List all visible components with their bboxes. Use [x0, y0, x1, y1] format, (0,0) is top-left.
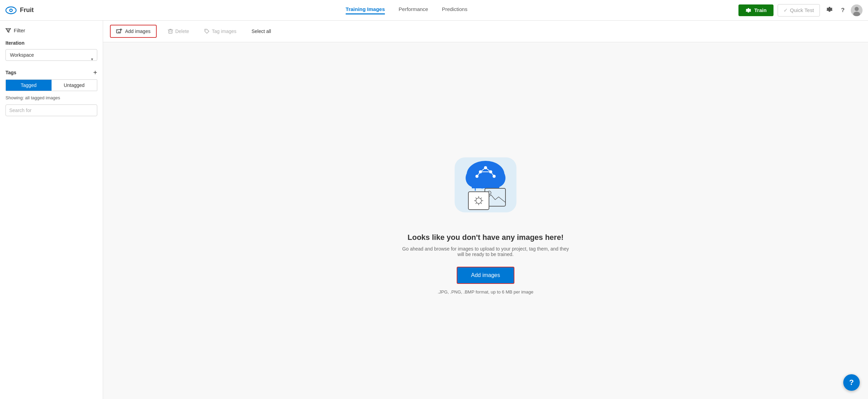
tag-toggle: Tagged Untagged: [5, 79, 97, 91]
header-actions: Train ✓ Quick Test ?: [732, 4, 863, 16]
svg-rect-8: [169, 30, 172, 33]
svg-rect-29: [468, 192, 489, 210]
filter-row[interactable]: Filter: [5, 27, 97, 33]
filter-icon: [5, 28, 11, 33]
tags-header: Tags +: [5, 69, 97, 76]
add-images-icon: [116, 28, 122, 34]
help-header-button[interactable]: ?: [839, 4, 847, 16]
search-input[interactable]: [5, 104, 97, 116]
train-button[interactable]: Train: [738, 4, 774, 16]
delete-button[interactable]: Delete: [164, 26, 193, 37]
select-all-button[interactable]: Select all: [247, 26, 275, 37]
logo-area: Fruit: [5, 5, 81, 16]
settings-icon: [826, 6, 833, 13]
untagged-button[interactable]: Untagged: [52, 80, 97, 91]
main-nav: Training Images Performance Predictions: [81, 6, 732, 14]
svg-point-9: [205, 30, 206, 31]
settings-button[interactable]: [824, 4, 835, 16]
tagged-button[interactable]: Tagged: [6, 80, 52, 91]
tags-label: Tags: [5, 70, 16, 75]
empty-illustration: [448, 147, 523, 223]
tag-images-icon: [204, 29, 210, 34]
nav-performance[interactable]: Performance: [399, 6, 428, 14]
empty-subtitle: Go ahead and browse for images to upload…: [400, 246, 571, 257]
iteration-label: Iteration: [5, 40, 97, 46]
svg-point-4: [855, 7, 859, 11]
empty-title: Looks like you don't have any images her…: [408, 233, 564, 242]
toolbar: Add images Delete Tag images: [103, 21, 868, 42]
svg-point-7: [118, 31, 118, 31]
iteration-select-wrapper: Workspace: [5, 49, 97, 69]
main-layout: Filter Iteration Workspace Tags + Tagged…: [0, 21, 868, 399]
showing-text: Showing: all tagged images: [5, 95, 97, 100]
checkmark-icon: ✓: [783, 7, 788, 13]
empty-state: Looks like you don't have any images her…: [103, 42, 868, 399]
main-content: Add images Delete Tag images: [103, 21, 868, 399]
avatar-icon: [851, 4, 863, 16]
svg-point-2: [10, 9, 12, 11]
nav-predictions[interactable]: Predictions: [442, 6, 467, 14]
help-button[interactable]: ?: [843, 374, 860, 391]
app-logo-icon: [5, 5, 16, 16]
sidebar: Filter Iteration Workspace Tags + Tagged…: [0, 21, 103, 399]
delete-icon: [168, 29, 173, 34]
avatar[interactable]: [851, 4, 863, 16]
nav-training-images[interactable]: Training Images: [346, 6, 385, 14]
app-name: Fruit: [20, 7, 34, 14]
iteration-select[interactable]: Workspace: [5, 49, 97, 61]
quick-test-button[interactable]: ✓ Quick Test: [778, 4, 820, 16]
train-gear-icon: [745, 7, 752, 13]
add-images-center-button[interactable]: Add images: [457, 267, 515, 284]
tag-images-button[interactable]: Tag images: [200, 26, 241, 37]
add-images-toolbar-button[interactable]: Add images: [110, 25, 157, 38]
header: Fruit Training Images Performance Predic…: [0, 0, 868, 21]
file-formats-text: .JPG, .PNG, .BMP format, up to 6 MB per …: [438, 289, 534, 295]
filter-label: Filter: [14, 27, 25, 33]
add-tag-button[interactable]: +: [93, 69, 97, 76]
